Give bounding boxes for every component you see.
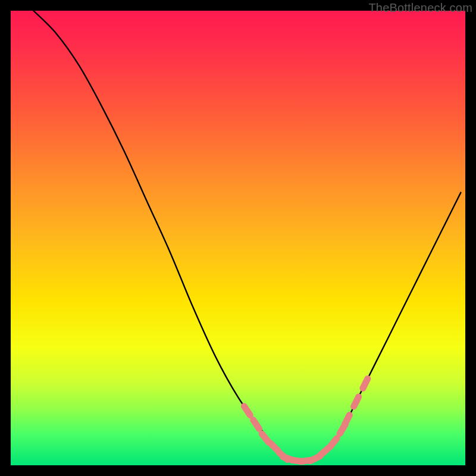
marker-dash <box>244 406 250 415</box>
marker-dash <box>345 415 349 425</box>
marker-dash <box>330 439 337 447</box>
marker-dash <box>253 420 259 429</box>
bottleneck-curve <box>33 11 461 461</box>
marker-group <box>244 378 368 461</box>
marker-dash <box>363 378 368 388</box>
marker-dash <box>354 397 359 406</box>
watermark-text: TheBottleneck.com <box>368 1 472 15</box>
curve-svg <box>11 11 465 465</box>
marker-dash <box>320 448 328 455</box>
marker-dash <box>271 443 278 451</box>
marker-dash <box>262 434 268 442</box>
chart-frame <box>11 11 465 465</box>
plot-area <box>11 11 465 465</box>
